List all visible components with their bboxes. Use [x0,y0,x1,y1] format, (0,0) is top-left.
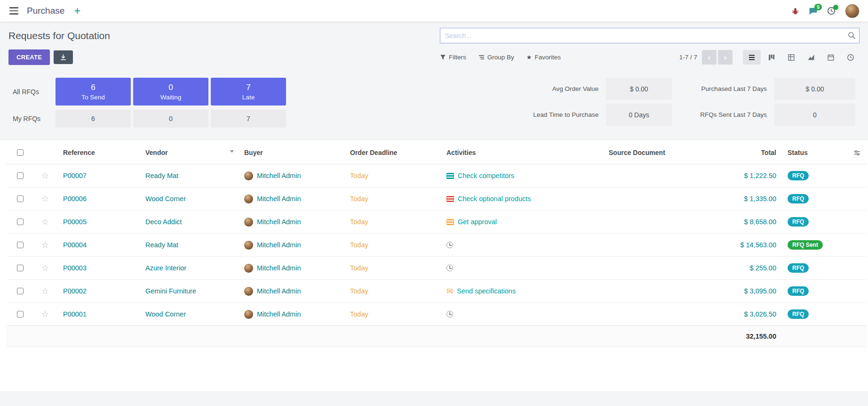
favorites-button[interactable]: ★ Favorites [526,54,561,61]
favorite-star-icon[interactable]: ☆ [41,240,49,250]
header-vendor[interactable]: Vendor [140,140,239,164]
export-download-button[interactable] [54,50,73,64]
group-by-button[interactable]: Group By [478,54,514,61]
header-total[interactable]: Total [704,140,782,164]
vendor-link[interactable]: Gemini Furniture [145,287,196,295]
header-status[interactable]: Status [782,140,848,164]
vendor-link[interactable]: Ready Mat [145,241,178,249]
source-document-cell [603,257,704,280]
buyer-avatar [244,264,253,273]
optional-columns-button[interactable] [848,140,867,164]
reference-link[interactable]: P00007 [63,172,87,179]
navbar-plus-button[interactable]: + [72,5,82,16]
avg-order-value: $ 0.00 [606,78,672,100]
row-checkbox[interactable] [17,172,24,179]
header-source-document[interactable]: Source Document [603,140,704,164]
late-card[interactable]: 7Late [211,78,286,106]
calendar-view-button[interactable] [822,50,840,65]
favorite-star-icon[interactable]: ☆ [41,309,49,319]
buyer-avatar [244,195,253,203]
activity-label[interactable]: Check optional products [458,195,531,203]
row-checkbox[interactable] [17,219,24,225]
search-icon[interactable] [848,32,856,40]
activity-label[interactable]: Check competitors [458,172,514,179]
buyer-avatar [244,287,253,296]
lead-time-value: 0 Days [606,104,672,126]
header-activities[interactable]: Activities [441,140,603,164]
header-buyer[interactable]: Buyer [239,140,344,164]
buyer-link[interactable]: Mitchell Admin [257,310,301,318]
buyer-link[interactable]: Mitchell Admin [257,287,301,295]
my-to-send-value[interactable]: 6 [56,110,131,128]
buyer-link[interactable]: Mitchell Admin [257,241,301,249]
activity-icon[interactable] [446,219,454,225]
activity-icon[interactable] [446,173,454,179]
table-row[interactable]: ☆ P00002 Gemini Furniture Mitchell Admin… [7,280,867,303]
table-row[interactable]: ☆ P00003 Azure Interior Mitchell Admin T… [7,257,867,280]
reference-link[interactable]: P00003 [63,264,87,272]
filters-button[interactable]: Filters [440,54,466,61]
table-row[interactable]: ☆ P00001 Wood Corner Mitchell Admin Toda… [7,303,867,326]
debug-bug-icon[interactable] [791,7,799,15]
vendor-link[interactable]: Wood Corner [145,310,186,318]
reference-link[interactable]: P00005 [63,218,87,226]
vendor-link[interactable]: Wood Corner [145,195,186,203]
buyer-link[interactable]: Mitchell Admin [257,264,301,272]
favorite-star-icon[interactable]: ☆ [41,263,49,273]
waiting-card[interactable]: 0Waiting [133,78,208,106]
reference-link[interactable]: P00001 [63,310,87,318]
activity-icon[interactable] [446,311,453,317]
favorite-star-icon[interactable]: ☆ [41,194,49,203]
messages-icon[interactable]: 5 [809,7,818,15]
buyer-avatar [244,310,253,319]
vendor-link[interactable]: Ready Mat [145,172,178,179]
favorite-star-icon[interactable]: ☆ [41,286,49,296]
pager-previous-button[interactable]: ‹ [702,50,717,65]
vendor-link[interactable]: Azure Interior [145,264,186,272]
row-checkbox[interactable] [17,195,24,202]
activity-icon[interactable] [446,265,453,271]
row-checkbox[interactable] [17,242,24,248]
activity-icon[interactable] [446,196,454,202]
kanban-view-button[interactable] [763,50,780,65]
row-checkbox[interactable] [17,311,24,317]
my-waiting-value[interactable]: 0 [133,110,208,128]
favorite-star-icon[interactable]: ☆ [41,217,49,227]
activity-view-button[interactable] [842,50,860,65]
apps-menu-icon[interactable] [8,5,19,16]
total-cell: $ 3,026.50 [704,303,782,326]
activity-label[interactable]: Send specifications [457,287,516,295]
user-avatar[interactable] [845,4,860,18]
reference-link[interactable]: P00006 [63,195,87,203]
table-row[interactable]: ☆ P00006 Wood Corner Mitchell Admin Toda… [7,187,867,211]
row-checkbox[interactable] [17,288,24,294]
buyer-link[interactable]: Mitchell Admin [257,218,301,226]
activity-icon[interactable] [446,242,453,248]
activities-clock-icon[interactable] [827,7,836,15]
search-input[interactable] [440,28,860,43]
pivot-view-button[interactable] [782,50,800,65]
activity-icon[interactable]: ✉ [446,287,453,295]
select-all-checkbox[interactable] [17,149,24,156]
list-view-button[interactable] [743,50,761,65]
to-send-card[interactable]: 6To Send [56,78,131,106]
pager-next-button[interactable]: › [718,50,733,65]
buyer-link[interactable]: Mitchell Admin [257,195,301,203]
table-row[interactable]: ☆ P00007 Ready Mat Mitchell Admin Today [7,164,867,187]
row-checkbox[interactable] [17,265,24,271]
my-late-value[interactable]: 7 [211,110,286,128]
vendor-link[interactable]: Deco Addict [145,218,182,226]
reference-link[interactable]: P00002 [63,287,87,295]
table-row[interactable]: ☆ P00005 Deco Addict Mitchell Admin Toda… [7,211,867,234]
activity-label[interactable]: Get approval [458,218,497,226]
buyer-link[interactable]: Mitchell Admin [257,172,301,179]
order-deadline-cell: Today [344,211,441,234]
table-row[interactable]: ☆ P00004 Ready Mat Mitchell Admin Today [7,234,867,257]
create-button[interactable]: CREATE [8,49,50,65]
header-reference[interactable]: Reference [57,140,140,164]
favorite-star-icon[interactable]: ☆ [41,171,49,180]
reference-link[interactable]: P00004 [63,241,87,249]
graph-view-button[interactable] [802,50,820,65]
header-order-deadline[interactable]: Order Deadline [344,140,441,164]
app-name[interactable]: Purchase [27,6,64,16]
